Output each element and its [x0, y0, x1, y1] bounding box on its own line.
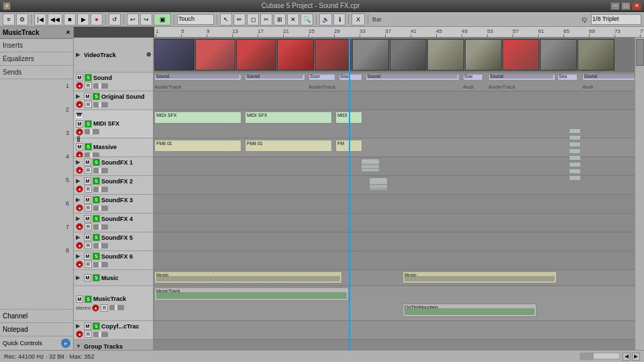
cut-tool-btn[interactable]: ✂ — [260, 13, 272, 26]
musictrack-rec[interactable]: ● — [92, 304, 99, 312]
musictrack-clip-1[interactable]: MusicTrack — [154, 287, 349, 301]
sfx5-mute[interactable]: M — [84, 234, 91, 241]
sfx6-level[interactable] — [93, 262, 108, 267]
speaker-btn[interactable]: 🔊 — [319, 13, 332, 26]
toolbar-setup-btn[interactable]: ⚙ — [16, 13, 28, 26]
undo-btn[interactable]: ↩ — [127, 13, 139, 26]
zoom-tool-btn[interactable]: 🔍 — [301, 13, 313, 26]
sfx4-mute[interactable]: M — [84, 215, 91, 222]
music-solo[interactable]: S — [93, 274, 100, 281]
sfx5-rec[interactable]: ● — [76, 242, 83, 249]
sfx2-rec[interactable]: ● — [76, 185, 83, 193]
rewind-btn[interactable]: |◀ — [34, 13, 46, 26]
record-btn[interactable]: ● — [91, 13, 103, 26]
original-sound-monitor-btn[interactable]: R — [85, 101, 92, 108]
sfx5-level[interactable] — [93, 243, 108, 248]
midi-clip-2[interactable]: MIDI SFX — [245, 111, 332, 124]
sfx1-mute[interactable]: M — [84, 159, 91, 166]
copytrack-solo[interactable]: S — [93, 322, 100, 330]
copytrack-level[interactable] — [93, 332, 108, 337]
horizontal-scroll-thumb[interactable] — [580, 353, 594, 360]
redo-btn[interactable]: ↪ — [140, 13, 152, 26]
sfx1-rec[interactable]: ● — [76, 167, 83, 174]
toolbar-menu-btn[interactable]: ≡ — [3, 13, 15, 26]
track-row-sound[interactable]: Sound Sound Sour Sour Sound Sou — [154, 73, 635, 91]
sfx5-r[interactable]: R — [85, 242, 92, 249]
videotrack-expand-arrow[interactable]: ▶ — [76, 52, 83, 58]
maximize-button[interactable]: □ — [621, 2, 631, 10]
sfx5-expand[interactable]: ▶ — [76, 234, 83, 241]
sfx-r-clip-3[interactable] — [569, 142, 581, 147]
track-row-sfx1[interactable] — [154, 157, 635, 176]
original-sound-mute-btn[interactable]: M — [84, 93, 91, 100]
sfx1-expand[interactable]: ▶ — [76, 159, 83, 166]
copytrack-mute[interactable]: M — [84, 322, 91, 330]
musictrack-solo[interactable]: S — [85, 296, 92, 303]
videotrack-config-btn[interactable]: ⚙ — [146, 52, 151, 58]
sfx3-level[interactable] — [93, 206, 108, 211]
stop-btn[interactable]: ■ — [64, 13, 76, 26]
sfx3-solo[interactable]: S — [93, 196, 100, 203]
sfx2-expand[interactable]: ▶ — [76, 178, 83, 185]
sound-rec-btn[interactable]: ● — [76, 82, 83, 89]
track-row-sfx6[interactable] — [154, 251, 635, 270]
track-row-copytrack[interactable] — [154, 321, 635, 340]
scrollbar-thumb[interactable] — [636, 39, 644, 66]
timeline-ruler[interactable]: 1 5 9 13 17 21 25 29 33 37 41 45 49 — [154, 27, 644, 38]
sfx-r-clip-4[interactable] — [569, 148, 581, 154]
sfx5-solo[interactable]: S — [93, 234, 100, 241]
equalizers-section[interactable]: Equalizers — [0, 52, 73, 66]
sfx3-rec[interactable]: ● — [76, 204, 83, 212]
track-row-video[interactable] — [154, 38, 635, 73]
sfx6-rec[interactable]: ● — [76, 261, 83, 268]
sfx6-solo[interactable]: S — [93, 253, 100, 260]
massive-mute-btn[interactable]: M — [76, 143, 83, 150]
sfx2-level[interactable] — [93, 187, 108, 192]
midi-sfx-rec-btn[interactable]: ● — [76, 128, 83, 136]
scroll-right-btn[interactable]: ▶ — [632, 353, 640, 361]
inserts-section[interactable]: Inserts — [0, 39, 73, 52]
notepad-item[interactable]: Notepad — [0, 323, 73, 336]
info-btn[interactable]: ℹ — [333, 13, 345, 26]
snap-off-btn[interactable]: X — [352, 13, 365, 26]
window-controls[interactable]: ─ □ ✕ — [610, 2, 641, 10]
midi-sfx-mute-btn[interactable]: M — [76, 120, 83, 128]
sfx3-mute[interactable]: M — [84, 196, 91, 203]
glue-tool-btn[interactable]: ⊞ — [274, 13, 286, 26]
sfx6-r[interactable]: R — [85, 261, 92, 268]
sfx-r-clip-7[interactable] — [569, 169, 581, 174]
musictrack-level[interactable] — [109, 305, 124, 310]
fm8-clip-1[interactable]: FM8 01 — [154, 140, 241, 152]
sound-solo-btn[interactable]: S — [85, 74, 92, 81]
sfx2-solo[interactable]: S — [93, 177, 100, 185]
sfx-r-clip-8[interactable] — [569, 175, 581, 181]
loop-btn[interactable]: ↺ — [109, 13, 121, 26]
track-row-midi-sfx[interactable]: MIDI SFX MIDI SFX MIDI — [154, 110, 635, 138]
sfx-r-clip-1[interactable] — [569, 128, 581, 134]
fm8-clip-3[interactable]: FM — [335, 140, 362, 152]
midi-sfx-level[interactable] — [85, 129, 99, 134]
sfx2-r[interactable]: R — [85, 185, 92, 193]
minimize-button[interactable]: ─ — [610, 2, 620, 10]
sfx4-rec[interactable]: ● — [76, 223, 83, 230]
sfx3-expand[interactable]: ▶ — [76, 197, 83, 203]
original-sound-solo-btn[interactable]: S — [93, 93, 100, 100]
track-row-sfx5[interactable] — [154, 232, 635, 251]
sfx-r-clip-6[interactable] — [569, 162, 581, 167]
play-btn[interactable]: ▶ — [77, 13, 89, 26]
midi-clip-3[interactable]: MIDI — [335, 111, 362, 124]
channel-item[interactable]: Channel — [0, 310, 73, 323]
onthemountain-clip[interactable]: OnTheMountain — [402, 304, 537, 317]
massive-solo-btn[interactable]: S — [85, 143, 92, 150]
grouptracks-expand[interactable]: ▼ — [76, 343, 83, 350]
original-sound-expand[interactable]: ▶ — [76, 93, 83, 100]
sends-section[interactable]: Sends — [0, 66, 73, 79]
sfx4-solo[interactable]: S — [93, 215, 100, 222]
music-clip-2[interactable]: Music — [402, 271, 557, 283]
original-sound-rec-btn[interactable]: ● — [76, 101, 83, 108]
select-tool-btn[interactable]: ↖ — [220, 13, 232, 26]
prev-btn[interactable]: ◀◀ — [48, 13, 62, 26]
quantize-select[interactable]: 1/8 Triplet — [591, 14, 641, 25]
copytrack-r[interactable]: R — [85, 330, 92, 338]
scroll-buttons[interactable]: ◀ ▶ — [623, 353, 640, 361]
